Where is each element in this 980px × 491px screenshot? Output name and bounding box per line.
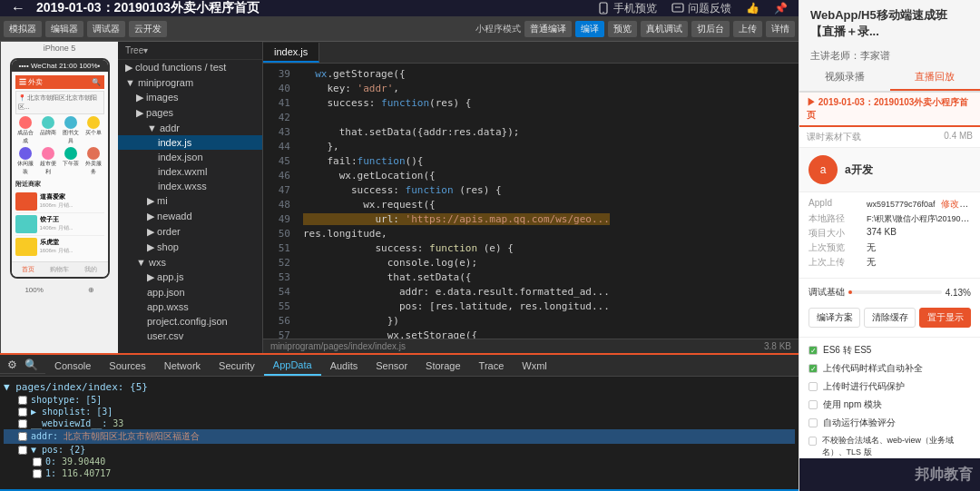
checkbox-score-cb[interactable] [808,418,818,427]
file-tree-item[interactable]: index.wxss [118,179,262,193]
right-panel-content: ▶ 2019-01-03：20190103外卖小程序首页 课时素材下载 0.4 … [799,93,980,458]
right-panel-title: WebApp/H5移动端速成班【直播＋录... [799,0,980,47]
file-tree: Tree▾ ▶ cloud functions / test ▼ minipro… [118,42,263,353]
file-tree-item[interactable]: index.json [118,150,262,164]
phone-view-btn[interactable]: 手机预览 [597,1,657,16]
file-tree-item[interactable]: ▼ miniprogram [118,75,262,90]
file-tree-item[interactable]: ▼ wxs [118,255,262,270]
upload-value: 无 [867,256,971,269]
phone-frame: •••• WeChat 21:00 100%▪ ☰ 外卖🔍 📍 北京市朝阳区北京… [10,58,110,279]
zoom-fit-btn[interactable]: ⊕ [88,286,94,294]
devtools-row: 0: 39.90440 [4,456,795,467]
user-info: a a开发 [799,148,980,192]
file-tree-item[interactable]: ▶ cloud functions / test [118,60,262,75]
devtools-tree: ▼ pages/index/index: {5} shoptype: [5] ▶… [0,377,799,489]
devtools-panel: ⚙ 🔍 Console Sources Network Security App… [0,353,799,489]
devtools-checkbox[interactable] [18,408,27,417]
file-tree-item[interactable]: index.wxml [118,164,262,179]
file-tree-item[interactable]: ▼ addr [118,121,262,135]
toolbar-upload[interactable]: 上传 [733,21,762,37]
file-tree-item[interactable]: ▶ images [118,90,262,105]
top-bar: ← 2019-01-03：20190103外卖小程序首页 手机预览 问题反馈 👍… [0,0,799,16]
devtools-search-icon[interactable]: 🔍 [24,358,38,371]
progress-bar-bg [848,290,942,294]
file-tree-item[interactable]: user.csv [118,329,262,343]
file-tree-item[interactable]: app.wxss [118,300,262,314]
toolbar-cut[interactable]: 切后台 [691,21,730,37]
code-editor: index.js 3940414243 4445464748 495051525… [263,42,799,353]
tab-replay[interactable]: 直播回放 [890,64,981,91]
toolbar-detail[interactable]: 详情 [766,21,795,37]
checkbox-npm-cb[interactable] [808,400,818,409]
toolbar-compile[interactable]: 普通编译 [524,21,572,37]
checkbox-score: 自动运行体验评分 [799,414,980,432]
devtools-tab-network[interactable]: Network [155,357,210,375]
checkbox-protect-cb[interactable] [808,382,818,391]
phone-preview: iPhone 5 •••• WeChat 21:00 100%▪ ☰ 外卖🔍 📍… [0,42,118,353]
file-tree-item[interactable]: ▶ newadd [118,209,262,224]
devtools-checkbox[interactable] [33,457,42,466]
code-text[interactable]: wx.getStorage({ key: 'addr', success: fu… [296,64,799,339]
file-size: 3.8 KB [764,341,791,351]
devtools-row: addr: 北京市朝阳区北京市朝阳区福道合 [4,429,795,444]
toolbar-cloud[interactable]: 云开发 [129,21,167,37]
like-btn[interactable]: 👍 [746,2,760,15]
file-tree-item[interactable]: ▶ app.js [118,270,262,285]
local-path-value: F:\积累\微信小程序\20190103外卖小程序首页\2019-01-03 打… [867,212,971,225]
devtools-checkbox[interactable] [18,419,27,428]
download-label: 课时素材下载 [807,131,861,143]
editor-tab-indexjs[interactable]: index.js [263,43,319,63]
pin-btn[interactable]: 📌 [774,2,788,15]
file-tree-item[interactable]: ▶ order [118,224,262,240]
toolbar-simulator[interactable]: 模拟器 [4,21,42,37]
devtools-tab-audits[interactable]: Audits [321,357,368,375]
btn-group: 编译方案 清除缓存 置于显示 [799,302,980,333]
checkbox-style-cb[interactable]: ✓ [808,364,818,373]
devtools-checkbox[interactable] [18,396,27,405]
toolbar-run[interactable]: 编译 [575,21,604,37]
line-numbers: 3940414243 4445464748 4950515253 5455565… [263,64,296,339]
devtools-tab-wxml[interactable]: Wxml [513,357,556,375]
ide-toolbar: 模拟器 编辑器 调试器 云开发 小程序模式 普通编译 编译 预览 真机调试 切后… [0,16,799,42]
file-tree-item[interactable]: project.config.json [118,314,262,329]
clear-cache-btn[interactable]: 清除缓存 [864,308,916,328]
feedback-btn[interactable]: 问题反馈 [671,1,731,16]
devtools-tab-security[interactable]: Security [210,357,264,375]
file-tree-item[interactable]: ▶ shop [118,240,262,255]
progress-row: 调试基础 4.13% [799,282,980,302]
file-tree-item[interactable]: app.json [118,285,262,300]
file-tree-item[interactable]: ▶ pages [118,105,262,121]
toolbar-preview[interactable]: 预览 [608,21,637,37]
watermark-bar: 邦帅教育 [799,458,980,491]
devtools-tab-console[interactable]: Console [45,357,100,375]
devtools-tab-sources[interactable]: Sources [100,357,154,375]
ide-screenshot: 模拟器 编辑器 调试器 云开发 小程序模式 普通编译 编译 预览 真机调试 切后… [0,16,799,491]
toolbar-debugger[interactable]: 调试器 [87,21,125,37]
devtools-row: __webviewId__: 33 [4,417,795,429]
devtools-settings-icon[interactable]: ⚙ [7,358,17,371]
checkbox-es6-cb[interactable]: ✓ [808,346,818,355]
display-btn[interactable]: 置于显示 [919,308,971,328]
devtools-tab-appdata[interactable]: AppData [264,356,321,376]
file-tree-item-active[interactable]: index.js [118,135,262,150]
user-name: a开发 [845,162,873,178]
devtools-checkbox[interactable] [18,446,27,455]
tab-live[interactable]: 视频录播 [799,64,890,91]
video-title: 2019-01-03：20190103外卖小程序首页 [36,0,260,16]
toolbar-editor[interactable]: 编辑器 [45,21,83,37]
devtools-tab-trace[interactable]: Trace [470,357,514,375]
upload-label: 上次上传 [808,256,863,269]
toolbar-real[interactable]: 真机调试 [641,21,688,37]
devtools-checkbox[interactable] [33,469,42,478]
checkbox-style: ✓ 上传代码时样式自动补全 [799,359,980,378]
edit-link[interactable]: 修改 [941,199,959,209]
devtools-tab-sensor[interactable]: Sensor [367,357,416,375]
compile-scheme-btn[interactable]: 编译方案 [808,308,860,328]
devtools-checkbox[interactable] [18,432,27,441]
zoom-btn[interactable]: 100% [24,286,43,294]
checkbox-domain-cb[interactable] [808,437,817,446]
current-course-label: ▶ 2019-01-03：20190103外卖小程序首页 [799,93,980,127]
back-button[interactable]: ← [11,0,25,16]
file-tree-item[interactable]: ▶ mi [118,193,262,209]
devtools-tab-storage[interactable]: Storage [416,357,470,375]
